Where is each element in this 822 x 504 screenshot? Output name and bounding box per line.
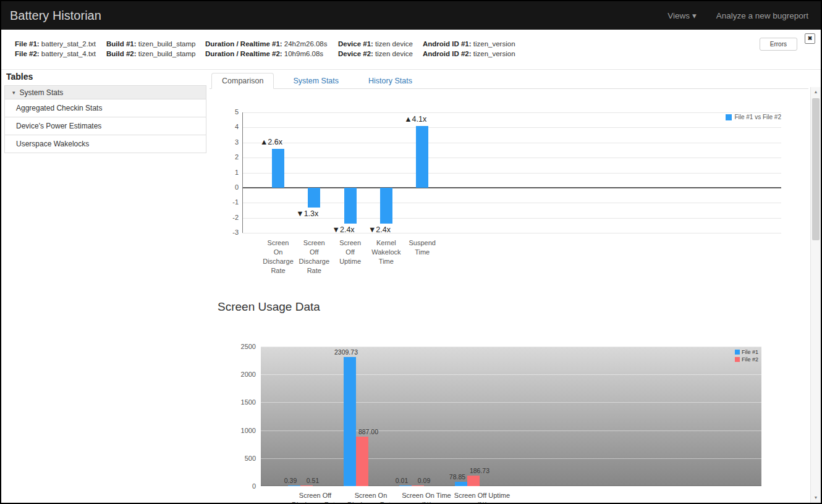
y-tick-label: 1000 [227,427,256,434]
gridline [261,374,761,375]
y-tick-label: 0 [218,183,239,191]
analyze-new-bugreport-link[interactable]: Analyze a new bugreport [716,11,808,20]
gridline [261,402,761,403]
comparison-bar [380,188,392,224]
tab-bar: ComparisonSystem StatsHistory Stats [210,74,808,89]
tab-comparison[interactable]: Comparison [211,73,274,89]
info-label: Android ID #1: [423,40,472,48]
info-entry: Duration / Realtime #2: 10h9m6.08s [205,49,328,59]
errors-button[interactable]: Errors [760,38,797,51]
legend-item: File #2 [735,356,758,363]
comparison-ratio-chart: 543210-1-2-3▲2.6xScreenOnDischargeRate▼1… [218,107,783,280]
y-tick-label: -2 [218,214,239,221]
bar-value-label: ▲4.1x [394,115,437,124]
bar-file2 [356,437,368,486]
tab-system-stats[interactable]: System Stats [282,73,349,89]
info-label: Duration / Realtime #1: [205,40,282,48]
info-label: Build #1: [106,40,137,48]
scrollbar-thumb[interactable] [812,98,820,240]
info-column: Duration / Realtime #1: 24h2m26.08sDurat… [205,39,328,59]
gridline [242,158,781,158]
battery-historian-app: Battery Historian Views ▾ Analyze a new … [0,0,822,504]
bar-value-label: 2309.73 [328,348,365,356]
scrollbar-up-icon[interactable]: ▲ [811,87,821,97]
y-tick-label: -1 [218,198,239,206]
bar-value-label: 186.73 [461,467,498,474]
vertical-scrollbar[interactable]: ▲ ▼ [810,87,821,503]
gridline [242,112,781,113]
gridline [242,173,781,174]
bar-file2 [300,485,313,486]
info-entry: File #1: battery_stat_2.txt [15,39,96,49]
tables-list: ▾ System Stats Aggregated Checkin StatsD… [4,85,206,153]
info-label: Android ID #2: [423,50,472,57]
comparison-bar [344,188,357,224]
comparison-bar [308,188,320,208]
bar-file2 [467,476,480,486]
info-label: File #1: [15,40,40,48]
info-column: File #1: battery_stat_2.txtFile #2: batt… [15,39,96,59]
legend-item: File #1 [735,349,758,355]
comparison-bar [272,149,284,188]
gridline [242,127,781,128]
y-tick-label: 1 [218,169,239,176]
tab-history-stats[interactable]: History Stats [358,73,423,89]
info-entry: Build #1: tizen_build_stamp [106,39,195,49]
gridline [261,458,761,459]
y-tick-label: 2000 [227,371,256,378]
gridline [242,203,781,203]
bar-value-label: ▲2.6x [250,138,293,146]
comparison-bar [416,126,428,188]
chart-legend: File #1 vs File #2 [726,114,781,120]
sidebar-item-system-stats[interactable]: ▾ System Stats [5,86,206,99]
info-label: File #2: [15,50,40,57]
info-label: Device #2: [338,50,373,57]
info-entry: Build #2: tizen_build_stamp [106,49,195,59]
y-tick-label: 4 [218,123,239,130]
navbar-links: Views ▾ Analyze a new bugreport [667,10,812,20]
legend-swatch [735,357,740,362]
sidebar-item-aggregated-checkin-stats[interactable]: Aggregated Checkin Stats [5,99,206,117]
bar-file1 [455,482,467,486]
caret-down-icon: ▾ [12,90,15,96]
chart-legend: File #1File #2 [735,349,758,364]
file-info-bar: File #1: battery_stat_2.txtFile #2: batt… [1,30,821,70]
sidebar-item-device-s-power-estimates[interactable]: Device's Power Estimates [5,117,206,135]
y-tick-label: 2 [218,153,239,161]
sidebar-item-userspace-wakelocks[interactable]: Userspace Wakelocks [5,135,206,153]
bar-value-label: ▼1.3x [286,209,329,218]
bar-file1 [288,485,300,486]
legend-label: File #2 [742,356,758,363]
y-tick-label: 5 [218,108,239,116]
category-label: SuspendTime [404,238,441,257]
info-label: Duration / Realtime #2: [205,50,282,57]
sidebar-item-label: System Stats [20,88,64,97]
y-tick-label: 1500 [227,398,256,406]
bar-file1 [399,485,412,486]
close-icon[interactable]: ✖ [805,33,815,44]
top-navbar: Battery Historian Views ▾ Analyze a new … [1,1,821,30]
gridline [261,430,761,431]
info-entry: Android ID #1: tizen_version [423,39,515,49]
info-column: Build #1: tizen_build_stampBuild #2: tiz… [106,39,195,59]
category-label: ScreenOffDischargeRate [295,238,333,275]
info-entry: Device #1: tizen device [338,39,413,49]
bar-file1 [344,357,356,486]
bar-value-label: 0.09 [405,477,443,484]
views-menu[interactable]: Views ▾ [667,10,696,20]
y-tick-label: 3 [218,138,239,146]
info-column: Android ID #1: tizen_versionAndroid ID #… [423,39,515,59]
y-tick-label: -3 [218,229,239,236]
scrollbar-down-icon[interactable]: ▼ [811,493,821,503]
bar-file2 [412,485,424,486]
tables-heading: Tables [6,72,33,82]
gridline [261,346,761,347]
legend-label: File #1 vs File #2 [734,114,781,120]
bar-value-label: 887.00 [350,428,387,435]
category-label: KernelWakelockTime [368,238,405,266]
info-column: Device #1: tizen deviceDevice #2: tizen … [338,39,413,59]
legend-swatch [735,350,740,355]
y-axis-line [242,112,243,233]
chevron-down-icon: ▾ [692,11,697,20]
bar-value-label: ▼2.4x [358,225,401,234]
